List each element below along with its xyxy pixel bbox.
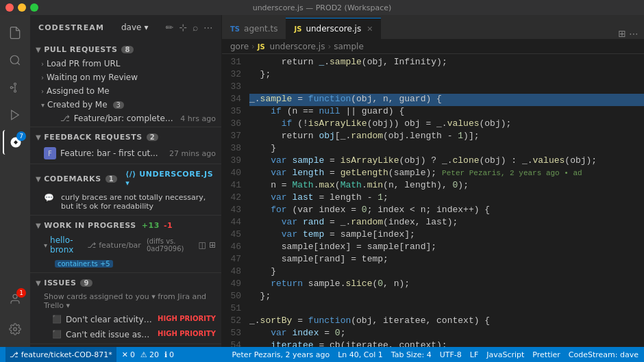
wip-actions: ◫ ⊞ (199, 240, 216, 250)
line-content: var rand = _.random(index, last); (249, 217, 644, 229)
warnings-status[interactable]: ⚠ 20 (140, 350, 159, 359)
pull-requests-section[interactable]: ▼ PULL REQUESTS 8 (30, 42, 221, 57)
sidebar-actions: ✏ ⊹ ⌕ ⋯ (166, 22, 213, 33)
issue-icon1: ⬛ (52, 315, 62, 324)
line-number: 36 (222, 118, 249, 131)
language-status[interactable]: JavaScript (486, 350, 524, 359)
feedback-label: FEEDBACK REQUESTS (44, 133, 142, 142)
breadcrumb-root[interactable]: gore (230, 42, 249, 51)
line-number: 42 (222, 192, 249, 205)
line-number: 37 (222, 131, 249, 143)
filter-icon[interactable]: ⋯ (203, 22, 213, 33)
line-number: 33 (222, 81, 249, 94)
codemarks-section[interactable]: ▼ CODEMARKS 1 ⟨/⟩ underscore.js ▾ (30, 167, 221, 190)
search-icon[interactable] (3, 48, 27, 73)
issue-item-2[interactable]: ⬛ Can't edit issue assignees... HIGH PRI… (30, 327, 221, 342)
pr-section-label: PULL REQUESTS (44, 45, 117, 54)
code-line: 51 (222, 303, 644, 315)
line-number: 35 (222, 106, 249, 118)
formatter-status[interactable]: Prettier (532, 350, 560, 359)
git-branch-status[interactable]: ⎇ feature/ticket-COD-871* (5, 347, 116, 362)
waiting-review-item[interactable]: › Waiting on my Review (30, 70, 221, 84)
user-selector[interactable]: dave ▾ (121, 23, 149, 32)
code-editor[interactable]: 31 return _.sample(obj, Infinity);32 };3… (222, 54, 644, 347)
eol-status[interactable]: LF (470, 350, 478, 359)
info-status[interactable]: ℹ 0 (164, 350, 174, 359)
tab-underscore-js[interactable]: JS underscore.js ✕ (286, 18, 381, 39)
codemark-item-1[interactable]: 💬 curly braces are not totally necessary… (30, 190, 221, 214)
close-button[interactable] (5, 3, 14, 12)
feedback-section[interactable]: ▼ FEEDBACK REQUESTS 2 (30, 130, 221, 144)
pr-chevron: ▼ (36, 46, 41, 53)
maximize-button[interactable] (30, 3, 38, 12)
line-content: sample[rand] = temp; (249, 254, 644, 266)
codestream-status[interactable]: CodeStream: dave (569, 350, 639, 359)
cursor-status[interactable]: Ln 40, Col 1 (338, 350, 383, 359)
branch-icon: ⎇ (10, 350, 18, 359)
feedback-item-1[interactable]: F Feature: bar - first cut... 27 mins ag… (30, 144, 221, 162)
code-line: 40 var length = getLength(sample);Peter … (222, 168, 644, 180)
wip-action1[interactable]: ◫ (199, 240, 206, 250)
tab-close-button[interactable]: ✕ (367, 25, 373, 34)
divider4 (30, 272, 221, 273)
svg-point-4 (10, 87, 12, 89)
code-line: 47 sample[rand] = temp; (222, 254, 644, 266)
wip-branch-icon: ⎇ (88, 241, 97, 250)
errors-status[interactable]: ✕ 0 (122, 350, 135, 359)
tab-agent-ts[interactable]: TS agent.ts (222, 18, 286, 39)
svg-point-0 (10, 55, 18, 64)
tab-size-status[interactable]: Tab Size: 4 (391, 350, 432, 359)
created-by-count: 3 (113, 101, 124, 109)
files-icon[interactable] (3, 21, 27, 45)
author-status[interactable]: Peter Pezaris, 2 years ago (232, 350, 330, 359)
wip-action2[interactable]: ⊞ (209, 240, 216, 250)
encoding-status[interactable]: UTF-8 (440, 350, 462, 359)
codestream-icon[interactable]: 7 (3, 130, 27, 155)
pr-feature-item[interactable]: ⎇ Feature/bar: completed work #13 4 hrs … (30, 112, 221, 125)
line-content: for (var index = 0; index < n; index++) … (249, 205, 644, 217)
code-line: 50 }; (222, 291, 644, 303)
wip-chevron: ▼ (36, 222, 41, 229)
pr-feature-label: Feature/bar: completed work #13 (74, 114, 177, 123)
run-icon[interactable] (3, 103, 27, 127)
line-content: } (249, 143, 644, 155)
info-icon: ℹ (164, 350, 167, 359)
sep1: › (251, 42, 255, 51)
wip-section[interactable]: ▼ WORK IN PROGRESS +13 -1 (30, 218, 221, 233)
wip-item-1[interactable]: ▾ hello-bronx ⎇ feature/bar (diffs vs. 0… (30, 233, 221, 257)
sep2: › (327, 42, 331, 51)
more-actions-icon[interactable]: ⋯ (629, 28, 639, 39)
line-content: var sample = isArrayLike(obj) ? _.clone(… (249, 155, 644, 168)
issues-section[interactable]: ▼ ISSUES 9 (30, 276, 221, 290)
warning-count: 20 (149, 350, 159, 359)
sidebar-header: CODESTREAM dave ▾ ✏ ⊹ ⌕ ⋯ (30, 15, 221, 40)
git-icon[interactable] (3, 75, 27, 100)
minimize-button[interactable] (18, 3, 26, 12)
search-icon2[interactable]: ⌕ (193, 22, 198, 33)
activity-icon2[interactable]: ⊹ (179, 22, 187, 33)
divider3 (30, 215, 221, 216)
formatter: Prettier (532, 350, 560, 359)
feedback-count: 2 (147, 133, 159, 141)
assigned-to-me-item[interactable]: › Assigned to Me (30, 84, 221, 98)
issues-filter[interactable]: Show cards assigned to you ▾ from Jira a… (30, 290, 221, 312)
breadcrumb-file[interactable]: JS underscore.js (258, 42, 325, 51)
wip-label: WORK IN PROGRESS (44, 221, 136, 230)
js-icon: JS (294, 25, 301, 33)
compose-icon[interactable]: ✏ (166, 22, 174, 33)
split-editor-icon[interactable]: ⊞ (618, 28, 626, 39)
breadcrumb-symbol[interactable]: sample (334, 42, 364, 51)
created-by-me-item[interactable]: ▾ Created by Me 3 (30, 98, 221, 112)
account-icon[interactable]: 1 (3, 287, 27, 311)
line-number: 48 (222, 266, 249, 279)
codemarks-count: 1 (106, 175, 118, 183)
issue-item-1[interactable]: ⬛ Don't clear activity feed UMI badge wh… (30, 312, 221, 327)
code-line: 35 if (n == null || guard) { (222, 106, 644, 118)
settings-icon[interactable] (3, 317, 27, 341)
ts-icon: TS (230, 25, 240, 33)
codestream-user: CodeStream: dave (569, 350, 639, 359)
load-pr-item[interactable]: › Load PR from URL (30, 57, 221, 70)
created-by-label: Created by Me (47, 100, 108, 109)
window-title: underscore.js — PROD2 (Workspace) (253, 3, 392, 12)
line-number: 31 (222, 57, 249, 69)
